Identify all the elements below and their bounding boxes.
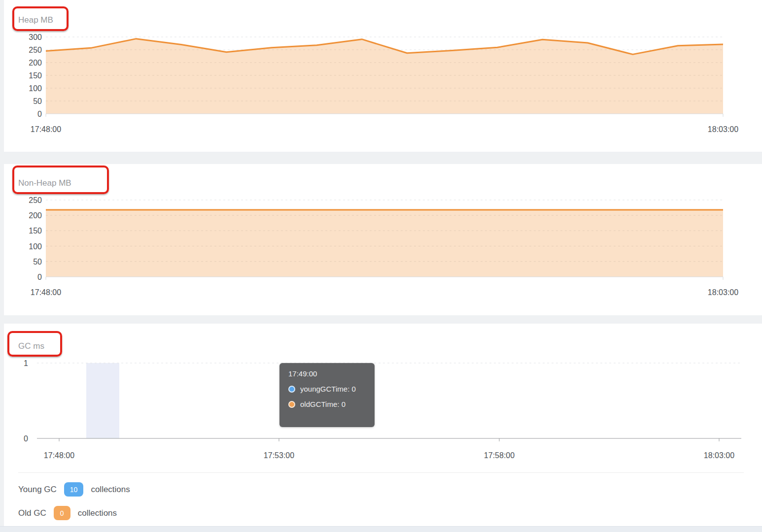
old-gc-legend-row: Old GC 0 collections xyxy=(18,506,117,520)
oldgc-series-dot-icon xyxy=(288,401,295,408)
svg-text:250: 250 xyxy=(29,46,42,54)
nonheap-chart-plot[interactable]: 05010015020025017:48:0018:03:00 xyxy=(4,164,762,315)
chart-tooltip: 17:49:00 youngGCTime: 0 oldGCTime: 0 xyxy=(279,363,375,427)
svg-text:0: 0 xyxy=(37,273,42,281)
svg-text:250: 250 xyxy=(29,196,42,204)
svg-text:150: 150 xyxy=(29,71,42,80)
tooltip-younggc-text: youngGCTime: 0 xyxy=(300,385,356,393)
tooltip-row-younggc: youngGCTime: 0 xyxy=(288,385,366,393)
svg-text:18:03:00: 18:03:00 xyxy=(704,451,734,460)
svg-text:17:48:00: 17:48:00 xyxy=(31,125,61,133)
young-gc-suffix: collections xyxy=(91,485,130,495)
old-gc-count-badge: 0 xyxy=(54,506,70,520)
svg-text:150: 150 xyxy=(29,227,42,235)
svg-text:17:48:00: 17:48:00 xyxy=(31,288,61,297)
tooltip-timestamp: 17:49:00 xyxy=(288,369,366,378)
svg-text:300: 300 xyxy=(29,33,42,41)
svg-text:18:03:00: 18:03:00 xyxy=(708,125,738,133)
young-gc-legend-row: Young GC 10 collections xyxy=(18,482,130,497)
svg-text:200: 200 xyxy=(29,211,42,220)
svg-text:1: 1 xyxy=(24,359,28,367)
nonheap-chart-card: Non-Heap MB 05010015020025017:48:0018:03… xyxy=(4,164,762,315)
svg-text:17:58:00: 17:58:00 xyxy=(484,451,515,460)
svg-text:17:53:00: 17:53:00 xyxy=(264,451,294,460)
svg-text:18:03:00: 18:03:00 xyxy=(708,288,738,297)
legend-divider xyxy=(18,472,744,473)
heap-chart-plot[interactable]: 05010015020025030017:48:0018:03:00 xyxy=(4,0,762,152)
gc-chart-card: GC ms 0117:48:0017:53:0017:58:0018:03:00… xyxy=(4,324,762,526)
young-gc-label: Young GC xyxy=(18,485,57,495)
old-gc-suffix: collections xyxy=(78,508,117,518)
svg-text:100: 100 xyxy=(29,242,42,251)
svg-text:17:48:00: 17:48:00 xyxy=(44,451,74,460)
heap-chart-card: Heap MB 05010015020025030017:48:0018:03:… xyxy=(4,0,762,152)
svg-text:50: 50 xyxy=(33,97,42,105)
svg-text:0: 0 xyxy=(37,110,42,118)
tooltip-row-oldgc: oldGCTime: 0 xyxy=(288,400,366,408)
svg-text:0: 0 xyxy=(24,434,28,443)
young-gc-count-badge: 10 xyxy=(64,482,84,497)
old-gc-label: Old GC xyxy=(18,508,46,518)
jvm-monitor-dashboard: Heap MB 05010015020025030017:48:0018:03:… xyxy=(0,0,762,532)
svg-text:100: 100 xyxy=(29,84,42,93)
svg-text:200: 200 xyxy=(29,59,42,67)
svg-text:50: 50 xyxy=(33,258,42,266)
tooltip-oldgc-text: oldGCTime: 0 xyxy=(300,400,346,408)
younggc-series-dot-icon xyxy=(288,386,295,393)
page-bottom-strip xyxy=(0,526,762,532)
